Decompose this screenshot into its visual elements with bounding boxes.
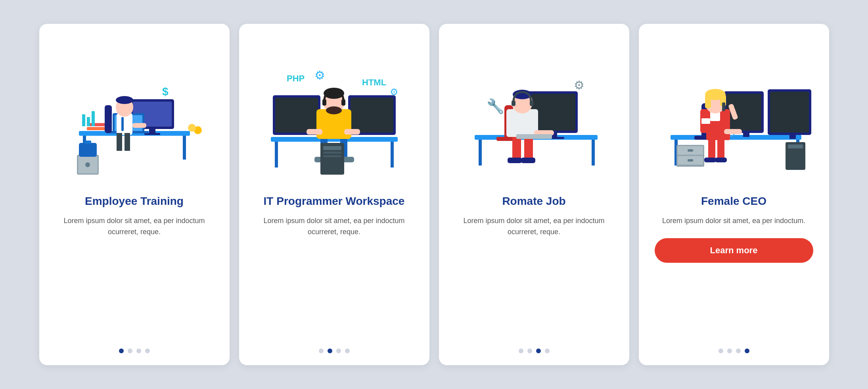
svg-rect-93	[789, 135, 796, 139]
svg-rect-10	[149, 129, 155, 133]
svg-rect-37	[351, 98, 393, 133]
svg-text:⚙: ⚙	[314, 69, 325, 82]
card-desc-1: Lorem ipsum dolor sit amet, ea per indoc…	[55, 215, 214, 238]
svg-rect-101	[717, 139, 724, 161]
dot-2-1	[328, 349, 332, 353]
svg-rect-51	[341, 99, 345, 106]
card-desc-2: Lorem ipsum dolor sit amet, ea per indoc…	[255, 215, 414, 238]
dot-2-0	[319, 349, 324, 353]
svg-rect-7	[84, 141, 91, 144]
svg-rect-87	[688, 159, 693, 162]
svg-rect-90	[743, 133, 749, 137]
svg-rect-35	[275, 98, 318, 133]
card-dots-4	[719, 345, 749, 353]
svg-rect-102	[704, 158, 716, 162]
card-title-4: Female CEO	[701, 194, 766, 208]
svg-text:$: $	[162, 85, 169, 98]
cards-container: $	[39, 24, 829, 365]
svg-text:PHP: PHP	[287, 73, 305, 83]
svg-rect-52	[307, 129, 322, 135]
svg-rect-22	[105, 105, 112, 133]
card-desc-4: Lorem ipsum dolor sit amet, ea per indoc…	[662, 215, 805, 227]
svg-rect-30	[92, 111, 95, 126]
svg-text:⚙: ⚙	[390, 87, 399, 97]
dot-4-1	[727, 349, 732, 353]
dot-2-2	[336, 349, 341, 353]
svg-rect-106	[701, 118, 710, 124]
dot-4-3	[745, 349, 749, 353]
dot-1-1	[128, 349, 132, 353]
svg-rect-103	[715, 158, 727, 162]
learn-more-button[interactable]: Learn more	[655, 238, 813, 263]
svg-rect-71	[508, 158, 522, 163]
svg-rect-109	[705, 94, 711, 108]
svg-rect-92	[770, 92, 809, 133]
svg-rect-76	[512, 100, 515, 106]
illustration-employee-training: $	[55, 36, 214, 187]
svg-rect-33	[391, 142, 394, 168]
dot-3-2	[536, 349, 541, 353]
svg-rect-29	[87, 117, 90, 126]
svg-text:HTML: HTML	[362, 77, 386, 87]
svg-rect-25	[132, 123, 146, 128]
svg-rect-111	[722, 102, 725, 111]
svg-rect-28	[82, 114, 85, 126]
card-female-ceo: Female CEO Lorem ipsum dolor sit amet, e…	[639, 24, 829, 365]
svg-rect-55	[323, 146, 341, 150]
dot-3-0	[519, 349, 523, 353]
illustration-it-programmer: PHP HTML ⚙ ⚙	[255, 36, 414, 187]
svg-rect-24	[125, 133, 130, 151]
svg-point-27	[188, 124, 196, 132]
svg-rect-53	[344, 129, 360, 135]
dot-1-0	[119, 349, 124, 353]
card-title-2: IT Programmer Workspace	[264, 194, 405, 208]
svg-rect-6	[79, 143, 97, 157]
card-title-1: Employee Training	[85, 194, 184, 208]
svg-rect-32	[275, 142, 278, 168]
svg-rect-17	[87, 127, 107, 130]
illustration-female-ceo	[655, 36, 813, 187]
card-desc-3: Lorem ipsum dolor sit amet, ea per indoc…	[455, 215, 613, 238]
card-it-programmer: PHP HTML ⚙ ⚙	[239, 24, 429, 365]
svg-rect-86	[688, 149, 693, 152]
dot-4-0	[719, 349, 723, 353]
card-title-3: Romate Job	[502, 194, 565, 208]
dot-4-2	[736, 349, 741, 353]
svg-rect-95	[788, 144, 803, 148]
svg-rect-19	[121, 117, 124, 131]
svg-rect-80	[671, 135, 801, 140]
svg-point-21	[116, 96, 133, 104]
card-dots-2	[319, 345, 350, 353]
svg-rect-77	[530, 100, 534, 106]
svg-point-5	[85, 162, 90, 167]
svg-rect-56	[323, 152, 341, 154]
card-dots-1	[119, 345, 150, 353]
dot-1-3	[145, 349, 150, 353]
dot-1-2	[136, 349, 141, 353]
svg-text:🔧: 🔧	[487, 98, 504, 115]
dot-3-3	[545, 349, 550, 353]
card-romate-job: ⚙ 🔧	[439, 24, 629, 365]
svg-rect-60	[592, 140, 595, 166]
dot-2-3	[345, 349, 350, 353]
card-employee-training: $	[39, 24, 230, 365]
card-dots-3	[519, 345, 550, 353]
svg-point-49	[326, 106, 342, 114]
svg-rect-50	[322, 99, 326, 106]
svg-rect-72	[521, 158, 535, 163]
svg-rect-23	[117, 133, 122, 151]
svg-rect-2	[183, 136, 186, 160]
svg-rect-79	[516, 134, 552, 139]
svg-rect-113	[724, 129, 742, 134]
svg-rect-57	[323, 155, 341, 157]
svg-rect-100	[708, 139, 715, 161]
svg-rect-59	[479, 140, 482, 166]
illustration-romate-job: ⚙ 🔧	[455, 36, 613, 187]
dot-3-1	[527, 349, 532, 353]
svg-text:⚙: ⚙	[574, 79, 584, 92]
